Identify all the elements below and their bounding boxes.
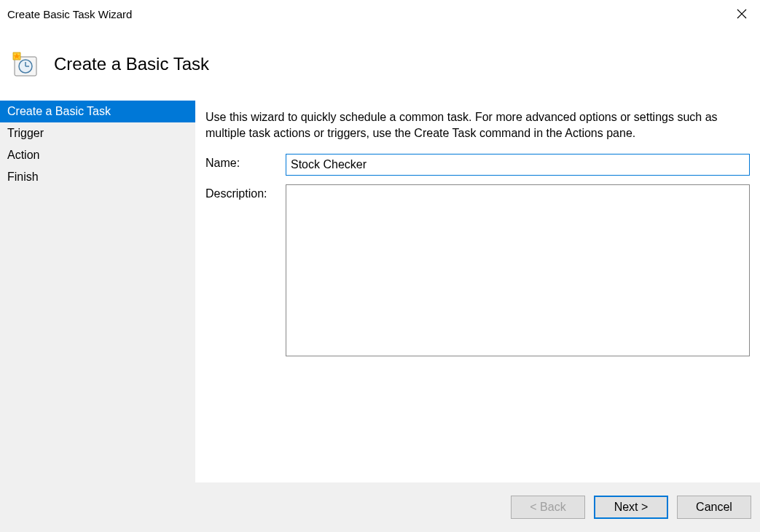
wizard-title: Create a Basic Task xyxy=(54,54,209,74)
sidebar-item-create-basic-task[interactable]: Create a Basic Task xyxy=(0,101,195,122)
sidebar-item-label: Action xyxy=(7,149,39,161)
wizard-header: Create a Basic Task xyxy=(0,28,760,101)
name-row: Name: xyxy=(205,154,750,176)
back-button-label: < Back xyxy=(530,501,565,514)
next-button[interactable]: Next > xyxy=(594,496,668,519)
close-icon xyxy=(737,9,747,19)
main-panel: Use this wizard to quickly schedule a co… xyxy=(195,101,760,482)
window-title: Create Basic Task Wizard xyxy=(7,8,132,20)
instruction-text: Use this wizard to quickly schedule a co… xyxy=(205,109,750,142)
cancel-button-label: Cancel xyxy=(696,501,732,514)
name-input[interactable] xyxy=(286,154,750,176)
close-button[interactable] xyxy=(724,0,760,28)
sidebar-item-label: Trigger xyxy=(7,127,44,139)
cancel-button[interactable]: Cancel xyxy=(677,496,751,519)
name-label: Name: xyxy=(205,154,286,170)
titlebar: Create Basic Task Wizard xyxy=(0,0,760,28)
sidebar-item-action[interactable]: Action xyxy=(0,144,195,166)
description-label: Description: xyxy=(205,184,286,200)
description-input[interactable] xyxy=(286,184,750,356)
description-row: Description: xyxy=(205,184,750,356)
wizard-footer: < Back Next > Cancel xyxy=(0,482,760,532)
sidebar-item-finish[interactable]: Finish xyxy=(0,166,195,188)
sidebar-item-trigger[interactable]: Trigger xyxy=(0,122,195,144)
content-area: Create a Basic Task Trigger Action Finis… xyxy=(0,101,760,482)
sidebar-item-label: Finish xyxy=(7,171,39,183)
sidebar-item-label: Create a Basic Task xyxy=(7,105,111,117)
next-button-label: Next > xyxy=(614,501,649,514)
back-button: < Back xyxy=(511,496,585,519)
task-scheduler-icon xyxy=(10,50,39,79)
wizard-sidebar: Create a Basic Task Trigger Action Finis… xyxy=(0,101,195,482)
